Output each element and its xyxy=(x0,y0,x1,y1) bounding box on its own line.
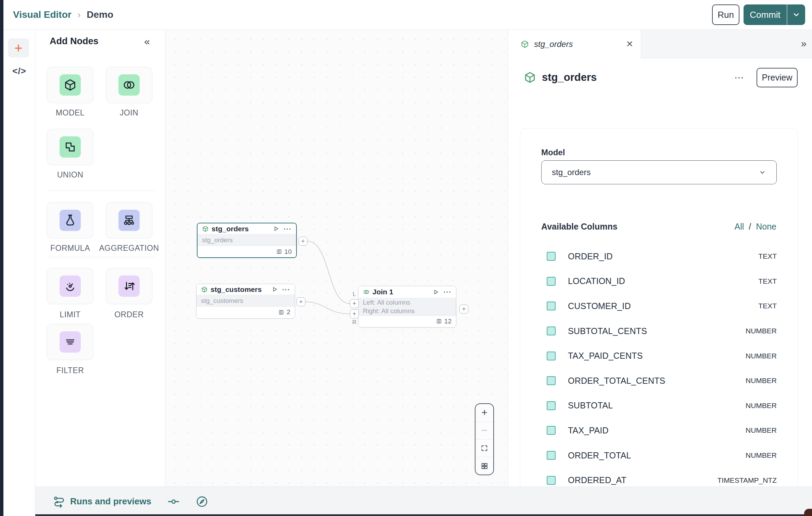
join-left-config: Left: All columns xyxy=(363,299,452,306)
column-name: LOCATION_ID xyxy=(568,276,625,286)
code-view-button[interactable]: </> xyxy=(3,66,35,76)
column-checkbox[interactable] xyxy=(547,426,556,435)
node-subtitle: stg_customers xyxy=(201,297,290,305)
commit-node-icon[interactable] xyxy=(168,498,179,505)
preview-button[interactable]: Preview xyxy=(757,68,798,87)
column-row[interactable]: TAX_PAID NUMBER xyxy=(541,418,777,443)
zoom-out-button[interactable]: − xyxy=(475,422,493,440)
palette-tile-aggregation[interactable] xyxy=(106,202,152,238)
column-checkbox[interactable] xyxy=(547,476,556,485)
breadcrumb: Visual Editor › Demo xyxy=(13,9,113,20)
join-right-input-port[interactable]: + xyxy=(350,309,359,318)
columns-count-icon xyxy=(276,249,282,255)
column-checkbox[interactable] xyxy=(547,451,556,460)
column-checkbox[interactable] xyxy=(547,352,556,360)
columns-list: ORDER_ID TEXT LOCATION_ID TEXT CUSTOMER_… xyxy=(541,244,777,493)
commit-dropdown-button[interactable] xyxy=(787,4,805,25)
fit-view-button[interactable] xyxy=(475,440,493,457)
column-checkbox[interactable] xyxy=(547,277,556,286)
model-select[interactable]: stg_orders xyxy=(541,160,777,184)
commit-button[interactable]: Commit xyxy=(744,4,787,25)
column-checkbox[interactable] xyxy=(547,252,556,261)
select-none-link[interactable]: None xyxy=(756,222,776,232)
add-nodes-header: Add Nodes « xyxy=(35,36,165,47)
expand-panel-icon[interactable]: » xyxy=(801,38,807,49)
model-cube-icon xyxy=(63,78,77,92)
close-tab-icon[interactable]: ✕ xyxy=(626,39,633,49)
column-checkbox[interactable] xyxy=(547,376,556,385)
pipeline-canvas[interactable]: stg_orders ⋯ stg_orders 10 + stg_custome… xyxy=(165,30,508,487)
column-row[interactable]: CUSTOMER_ID TEXT xyxy=(541,294,777,319)
join-left-input-port[interactable]: + xyxy=(350,299,359,308)
output-port-stg-orders[interactable]: + xyxy=(299,237,307,246)
node-stg-customers[interactable]: stg_customers ⋯ stg_customers 2 xyxy=(196,284,295,319)
palette-tile-label: JOIN xyxy=(98,108,160,118)
node-subtitle: stg_orders xyxy=(202,236,292,244)
palette-tile-model[interactable] xyxy=(47,67,93,103)
runs-route-icon[interactable] xyxy=(53,495,65,508)
run-node-icon[interactable] xyxy=(272,286,278,292)
column-checkbox[interactable] xyxy=(547,302,556,310)
collapse-panel-icon[interactable]: « xyxy=(144,36,150,47)
union-squares-icon xyxy=(63,140,77,154)
column-row[interactable]: ORDER_TOTAL_CENTS NUMBER xyxy=(541,368,777,393)
select-all-link[interactable]: All xyxy=(734,222,744,232)
palette-tile-join[interactable] xyxy=(106,67,152,103)
column-row[interactable]: TAX_PAID_CENTS NUMBER xyxy=(541,343,777,368)
run-button[interactable]: Run xyxy=(712,4,739,25)
node-config-panel: stg_orders ✕ » stg_orders ⋯ Preview Mode… xyxy=(508,30,812,516)
canvas-zoom-controls: + − xyxy=(475,403,494,475)
join-circles-icon xyxy=(122,78,136,92)
palette-tile-order[interactable] xyxy=(106,268,152,304)
top-header: Visual Editor › Demo Run Commit xyxy=(3,0,812,30)
output-port-join[interactable]: + xyxy=(459,305,468,314)
model-cube-icon xyxy=(202,225,209,232)
node-column-count: 10 xyxy=(284,248,292,256)
zoom-in-button[interactable]: + xyxy=(475,404,493,422)
add-node-rail-button[interactable]: + xyxy=(8,38,29,58)
runs-and-previews-label[interactable]: Runs and previews xyxy=(70,496,151,507)
run-node-icon[interactable] xyxy=(273,226,279,232)
join-circles-icon xyxy=(363,288,370,295)
column-type: NUMBER xyxy=(746,352,777,360)
column-row[interactable]: LOCATION_ID TEXT xyxy=(541,269,777,294)
panel-menu-icon[interactable]: ⋯ xyxy=(734,72,744,83)
add-nodes-panel: Add Nodes « MODEL JOIN UNION FORMULA AGG… xyxy=(35,30,165,487)
compass-icon[interactable] xyxy=(196,495,208,508)
column-row[interactable]: SUBTOTAL NUMBER xyxy=(541,393,777,418)
model-select-value: stg_orders xyxy=(552,168,591,177)
output-port-stg-customers[interactable]: + xyxy=(296,297,305,306)
chevron-down-icon xyxy=(792,11,800,19)
run-node-icon[interactable] xyxy=(433,289,439,295)
column-name: TAX_PAID_CENTS xyxy=(568,351,643,361)
join-left-port-label: L xyxy=(350,291,359,297)
panel-tab-bar: stg_orders ✕ » xyxy=(508,30,812,58)
palette-tile-label: FILTER xyxy=(39,366,101,375)
model-field-label: Model xyxy=(541,148,565,157)
column-row[interactable]: ORDER_ID TEXT xyxy=(541,244,777,269)
palette-tile-label: UNION xyxy=(39,170,101,180)
app-edge-strip xyxy=(0,0,3,516)
palette-tile-label: ORDER xyxy=(98,310,160,319)
column-type: NUMBER xyxy=(746,426,777,434)
palette-tile-filter[interactable] xyxy=(47,324,93,360)
node-join-1[interactable]: Join 1 ⋯ Left: All columns Right: All co… xyxy=(358,286,456,328)
column-checkbox[interactable] xyxy=(547,401,556,410)
breadcrumb-visual-editor[interactable]: Visual Editor xyxy=(13,9,72,20)
palette-divider xyxy=(47,191,155,191)
node-stg-orders[interactable]: stg_orders ⋯ stg_orders 10 xyxy=(197,223,297,258)
column-type: NUMBER xyxy=(746,402,777,410)
filter-lines-icon xyxy=(63,335,77,349)
panel-title: stg_orders xyxy=(542,71,597,84)
palette-tile-union[interactable] xyxy=(47,129,93,165)
column-row[interactable]: ORDER_TOTAL NUMBER xyxy=(541,443,777,468)
panel-title-row: stg_orders ⋯ Preview xyxy=(523,67,798,88)
palette-tile-limit[interactable] xyxy=(47,268,93,304)
column-type: NUMBER xyxy=(746,377,777,385)
palette-tile-formula[interactable] xyxy=(47,202,93,238)
column-checkbox[interactable] xyxy=(547,327,556,335)
layout-grid-button[interactable] xyxy=(475,457,493,475)
bottom-status-bar: Runs and previews xyxy=(35,487,812,516)
column-row[interactable]: SUBTOTAL_CENTS NUMBER xyxy=(541,319,777,344)
tab-stg-orders[interactable]: stg_orders ✕ xyxy=(508,30,641,58)
